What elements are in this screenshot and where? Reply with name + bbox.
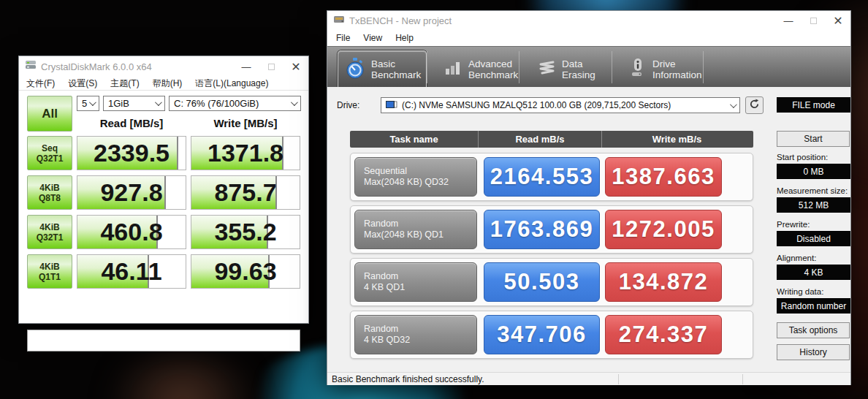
desktop: CrystalDiskMark 6.0.0 x64 — ✕ 文件(F) 设置(S… xyxy=(0,0,868,399)
tab-drive-information[interactable]: DriveInformation xyxy=(623,50,700,88)
tab-data-erasing[interactable]: Data Erasing xyxy=(530,50,609,88)
refresh-icon xyxy=(749,99,760,113)
cdm-read-header: Read [MB/s] xyxy=(77,117,186,129)
chevron-down-icon xyxy=(291,99,298,106)
chevron-down-icon xyxy=(89,99,96,106)
col-read: Read mB/s xyxy=(478,131,601,148)
cdm-row-label: Q8T8 xyxy=(39,193,61,203)
txb-window-title: TxBENCH - New project xyxy=(349,15,452,26)
cdm-q1t1-read-value: 46.11 xyxy=(77,255,186,288)
drive-info-icon xyxy=(630,58,646,80)
txb-minimize-button[interactable]: — xyxy=(776,15,801,26)
cdm-q1t1-read-cell: 46.11 xyxy=(77,254,186,289)
cdm-menu-help[interactable]: 帮助(H) xyxy=(153,77,183,90)
cdm-menu-theme[interactable]: 主题(T) xyxy=(110,77,139,90)
txb-menu-file[interactable]: File xyxy=(336,33,350,43)
txb-basic-benchmark-panel: Drive: (C:) NVMe SAMSUNG MZALQ512 100.00… xyxy=(327,87,850,372)
cdm-comment-input[interactable] xyxy=(27,330,300,352)
txb-titlebar[interactable]: TxBENCH - New project — ✕ xyxy=(327,11,850,30)
cdm-q8t8-read-value: 927.8 xyxy=(77,176,186,209)
cdm-menu-file[interactable]: 文件(F) xyxy=(26,77,55,90)
chevron-down-icon xyxy=(730,101,737,108)
cdm-write-header: Write [MB/s] xyxy=(191,117,300,129)
task-line1: Random xyxy=(364,218,476,229)
prewrite-value[interactable]: Disabled xyxy=(777,231,850,246)
cdm-row-label: 4KiB xyxy=(39,222,59,232)
statusbar-divider xyxy=(618,374,619,384)
tab-basic-benchmark[interactable]: BasicBenchmark xyxy=(338,50,427,88)
cdm-test-size-select[interactable]: 1GiB xyxy=(103,96,165,111)
col-task-name: Task name xyxy=(350,131,478,148)
task-options-button[interactable]: Task options xyxy=(777,322,850,338)
history-button[interactable]: History xyxy=(777,344,850,360)
cdm-q1t1-write-value: 99.63 xyxy=(191,255,300,288)
crystaldiskmark-app-icon xyxy=(25,60,37,73)
bar-chart-icon xyxy=(444,60,462,78)
txb-menubar: File View Help xyxy=(327,30,850,46)
cdm-titlebar[interactable]: CrystalDiskMark 6.0.0 x64 — ✕ xyxy=(19,56,308,77)
alignment-label: Alignment: xyxy=(777,254,816,262)
txb-menu-help[interactable]: Help xyxy=(395,33,414,43)
task-line1: Random xyxy=(364,271,476,282)
cdm-q8t8-read-cell: 927.8 xyxy=(77,175,186,210)
cdm-menu-settings[interactable]: 设置(S) xyxy=(68,77,97,90)
tab-separator xyxy=(427,51,427,83)
txb-maximize-button[interactable] xyxy=(801,18,826,24)
cdm-all-button[interactable]: All xyxy=(27,96,72,132)
prewrite-label: Prewrite: xyxy=(777,220,810,229)
measurement-size-value[interactable]: 512 MB xyxy=(777,197,850,213)
cdm-4kib-q1t1-button[interactable]: 4KiB Q1T1 xyxy=(27,254,72,289)
tab-separator xyxy=(612,51,612,83)
result-row-random-4kb-qd1: Random 4 KB QD1 50.503 134.872 xyxy=(350,258,753,306)
writing-data-value[interactable]: Random number xyxy=(777,298,850,314)
txb-close-button[interactable]: ✕ xyxy=(826,14,850,28)
cdm-q32t1-read-cell: 460.8 xyxy=(77,215,186,249)
write-result-value: 134.872 xyxy=(605,262,722,302)
result-row-random-qd1-max: Random Max(2048 KB) QD1 1763.869 1272.00… xyxy=(350,205,753,254)
measurement-size-label: Measurement size: xyxy=(777,186,848,195)
cdm-seq-q32t1-button[interactable]: Seq Q32T1 xyxy=(27,136,72,170)
writing-data-label: Writing data: xyxy=(777,287,823,296)
cdm-test-size-value: 1GiB xyxy=(108,98,129,109)
cdm-close-button[interactable]: ✕ xyxy=(283,60,308,74)
start-position-value[interactable]: 0 MB xyxy=(777,164,850,179)
cdm-menubar: 文件(F) 设置(S) 主题(T) 帮助(H) 语言(L)(Language) xyxy=(19,77,308,91)
cdm-4kib-q8t8-button[interactable]: 4KiB Q8T8 xyxy=(27,175,72,210)
txbench-app-icon xyxy=(333,14,345,27)
cdm-minimize-button[interactable]: — xyxy=(234,61,259,72)
read-result-value: 50.503 xyxy=(484,262,600,302)
cdm-seq-write-value: 1371.8 xyxy=(191,137,300,170)
task-line2: Max(2048 KB) QD32 xyxy=(364,177,476,188)
drive-label: Drive: xyxy=(337,100,359,110)
cdm-maximize-button[interactable] xyxy=(259,64,283,70)
refresh-drives-button[interactable] xyxy=(745,96,764,114)
cdm-test-count-select[interactable]: 5 xyxy=(77,96,99,111)
task-line1: Sequential xyxy=(364,166,476,177)
start-position-label: Start position: xyxy=(777,153,828,162)
statusbar-divider xyxy=(742,374,743,384)
task-button[interactable]: Sequential Max(2048 KB) QD32 xyxy=(354,157,477,197)
alignment-value[interactable]: 4 KB xyxy=(777,265,850,280)
task-button[interactable]: Random 4 KB QD32 xyxy=(354,315,477,354)
txb-menu-view[interactable]: View xyxy=(363,33,382,43)
tab-label: Data Erasing xyxy=(562,58,602,80)
cdm-4kib-q32t1-button[interactable]: 4KiB Q32T1 xyxy=(27,215,72,249)
write-result-value: 274.337 xyxy=(605,315,722,354)
cdm-row-label: Q32T1 xyxy=(37,153,64,164)
col-write: Write mB/s xyxy=(601,131,752,148)
tab-label: BasicBenchmark xyxy=(371,58,421,80)
background-photo xyxy=(88,358,278,399)
cdm-target-drive-select[interactable]: C: 76% (76/100GiB) xyxy=(169,96,301,111)
drive-select[interactable]: (C:) NVMe SAMSUNG MZALQ512 100.00 GB (20… xyxy=(381,97,740,113)
task-button[interactable]: Random Max(2048 KB) QD1 xyxy=(354,210,477,249)
cdm-seq-read-value: 2339.5 xyxy=(77,137,186,170)
start-button[interactable]: Start xyxy=(777,131,850,147)
cdm-menu-language[interactable]: 语言(L)(Language) xyxy=(195,77,268,90)
cdm-seq-write-cell: 1371.8 xyxy=(191,136,300,170)
tab-advanced-benchmark[interactable]: AdvancedBenchmark xyxy=(437,50,517,88)
task-button[interactable]: Random 4 KB QD1 xyxy=(354,262,477,302)
txb-tabbar: BasicBenchmark AdvancedBenchmark Data Er… xyxy=(327,46,850,87)
stopwatch-icon xyxy=(346,58,365,82)
chevron-down-icon xyxy=(155,99,162,106)
txb-statusbar: Basic Benchmark finished successfully. xyxy=(327,372,850,385)
